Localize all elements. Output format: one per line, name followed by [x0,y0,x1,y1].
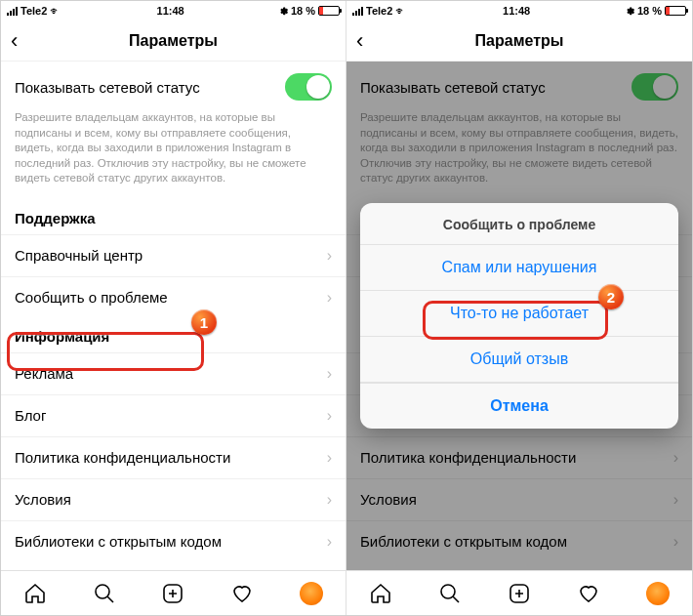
row-label: Условия [15,491,71,508]
tab-activity[interactable] [230,582,254,605]
chevron-right-icon: › [327,247,332,265]
chevron-right-icon: › [327,365,332,383]
back-button[interactable]: ‹ [11,28,18,54]
carrier-label: Tele2 [20,5,47,17]
network-status-hint: Разрешите владельцам аккаунтов, на котор… [1,106,346,200]
network-status-toggle[interactable] [285,73,332,101]
carrier-label: Tele2 [366,5,392,17]
tab-search[interactable] [93,582,116,605]
chevron-right-icon: › [327,289,332,307]
sheet-cancel[interactable]: Отмена [360,383,678,429]
tab-bar [1,570,346,615]
clock: 11:48 [503,5,530,17]
status-bar: Tele2 ᯤ 11:48 ✽ 18 % [1,1,346,21]
tab-add[interactable] [508,582,531,605]
tab-activity[interactable] [577,582,600,605]
clock: 11:48 [157,5,184,17]
tab-search[interactable] [438,582,462,605]
bluetooth-icon: ✽ [627,6,634,17]
chevron-right-icon: › [327,491,332,509]
row-label: Реклама [15,365,73,382]
nav-header: ‹ Параметры [346,21,692,62]
tab-bar [346,570,692,615]
bluetooth-icon: ✽ [280,6,288,17]
tab-add[interactable] [161,582,184,605]
tab-home[interactable] [369,582,392,605]
row-terms[interactable]: Условия › [1,478,346,520]
row-label: Справочный центр [15,247,143,264]
row-report-problem[interactable]: Сообщить о проблеме › [1,276,346,318]
wifi-icon: ᯤ [395,5,406,17]
tab-profile[interactable] [646,582,670,605]
page-title: Параметры [129,32,218,50]
row-privacy[interactable]: Политика конфиденциальности › [1,436,346,478]
phone-right: Tele2 ᯤ 11:48 ✽ 18 % ‹ Параметры Показыв… [346,1,692,615]
sheet-title: Сообщить о проблеме [360,203,678,245]
chevron-right-icon: › [327,449,332,467]
tab-home[interactable] [23,582,47,605]
chevron-right-icon: › [327,533,332,551]
row-label: Политика конфиденциальности [15,449,230,466]
status-bar: Tele2 ᯤ 11:48 ✽ 18 % [346,1,692,21]
signal-icon [7,7,18,16]
section-support: Поддержка [1,200,346,234]
battery-text: 18 % [637,5,662,17]
tab-profile[interactable] [300,582,323,605]
action-sheet: Сообщить о проблеме Спам или нарушения Ч… [360,203,678,429]
row-blog[interactable]: Блог › [1,394,346,436]
battery-icon [318,6,340,16]
row-label: Блог [15,407,46,424]
page-title: Параметры [475,32,564,50]
row-ads[interactable]: Реклама › [1,352,346,394]
row-label: Сообщить о проблеме [15,289,168,306]
network-status-row[interactable]: Показывать сетевой статус [1,62,346,106]
row-opensource[interactable]: Библиотеки с открытым кодом › [1,520,346,562]
signal-icon [352,7,363,16]
nav-header: ‹ Параметры [1,21,346,62]
battery-icon [665,6,686,16]
sheet-option-feedback[interactable]: Общий отзыв [360,337,678,383]
chevron-right-icon: › [327,407,332,425]
row-label: Библиотеки с открытым кодом [15,533,222,550]
section-info: Информация [1,318,346,352]
row-help-center[interactable]: Справочный центр › [1,234,346,276]
sheet-option-broken[interactable]: Что-то не работает [360,291,678,337]
phone-left: Tele2 ᯤ 11:48 ✽ 18 % ‹ Параметры Показыв… [1,1,346,615]
sheet-option-spam[interactable]: Спам или нарушения [360,245,678,291]
wifi-icon: ᯤ [50,5,61,17]
network-status-label: Показывать сетевой статус [15,79,200,96]
back-button[interactable]: ‹ [356,28,363,54]
svg-point-0 [96,585,109,598]
battery-text: 18 % [291,5,315,17]
svg-point-2 [441,585,455,598]
